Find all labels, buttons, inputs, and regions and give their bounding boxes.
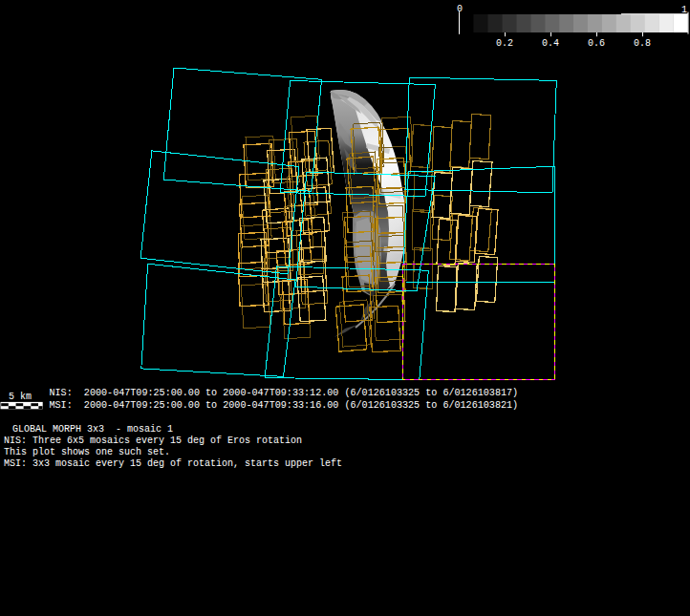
svg-text:GLOBAL MORPH 3x3 - mosaic 1: GLOBAL MORPH 3x3 - mosaic 1 — [7, 424, 173, 435]
svg-text:0: 0 — [457, 4, 463, 14]
svg-text:0.4: 0.4 — [542, 38, 559, 49]
svg-text:0.8: 0.8 — [634, 38, 651, 49]
svg-text:0.2: 0.2 — [496, 38, 513, 49]
svg-text:This plot shows one such set.: This plot shows one such set. — [4, 447, 170, 457]
svg-text:0.6: 0.6 — [588, 38, 605, 49]
svg-text:1: 1 — [681, 5, 687, 15]
svg-text:NIS: Three 6x5 mosaics every 1: NIS: Three 6x5 mosaics every 15 deg of E… — [4, 435, 302, 446]
svg-text:5 km: 5 km — [9, 392, 32, 402]
svg-text:MSI: 2000-047T09:25:00.00 to: MSI: 2000-047T09:25:00.00 to 2000-047T09… — [50, 400, 519, 411]
svg-text:MSI: 3x3 mosaic every 15 deg o: MSI: 3x3 mosaic every 15 deg of rotation… — [4, 458, 342, 469]
svg-text:NIS: 2000-047T09:25:00.00 to: NIS: 2000-047T09:25:00.00 to 2000-047T09… — [50, 388, 519, 398]
